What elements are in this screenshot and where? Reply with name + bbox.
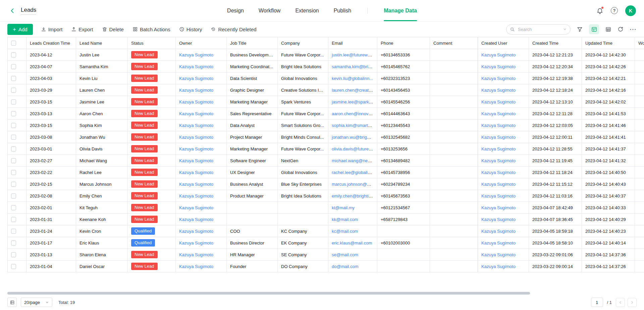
owner-link[interactable]: Kazuya Sugimoto — [179, 111, 213, 116]
column-header-status[interactable]: Status — [128, 37, 176, 49]
row-select-cell[interactable] — [8, 225, 26, 237]
tab-workflow[interactable]: Workflow — [259, 8, 281, 14]
cell-ctime[interactable]: 2023-04-12 12:13:10 — [529, 96, 582, 108]
owner-link[interactable]: Kazuya Sugimoto — [179, 88, 213, 93]
row-checkbox[interactable] — [11, 205, 16, 210]
cell-owner[interactable]: Kazuya Sugimoto — [176, 202, 227, 214]
cell-email[interactable]: jasmine.lee@sparkv... — [328, 96, 377, 108]
column-header-comment[interactable]: Comment — [430, 37, 478, 49]
cell-name[interactable]: Marcus Johnson — [76, 178, 128, 190]
cell-name[interactable]: Justin Lee — [76, 49, 128, 61]
cell-job[interactable] — [227, 214, 278, 225]
owner-link[interactable]: Kazuya Sugimoto — [179, 158, 213, 163]
cell-company[interactable]: Global Innovations — [278, 73, 328, 84]
cell-ctime[interactable]: 2023-04-07 18:36:45 — [529, 214, 582, 225]
cell-workflow[interactable] — [635, 190, 644, 202]
cell-comment[interactable] — [430, 61, 478, 73]
cell-cuser[interactable]: Kazuya Sugimoto — [478, 84, 529, 96]
column-header-job[interactable]: Job Title — [227, 37, 278, 49]
cell-job[interactable]: Data Scientist — [227, 73, 278, 84]
cell-name[interactable]: Sharon Elena — [76, 249, 128, 261]
cell-company[interactable]: Bright Idea Solutions — [278, 61, 328, 73]
cuser-link[interactable]: Kazuya Sugimoto — [481, 240, 516, 246]
cell-workflow[interactable] — [635, 249, 644, 261]
row-select-cell[interactable] — [8, 214, 26, 225]
email-link[interactable]: sophia.kim@smartso... — [332, 123, 376, 128]
email-link[interactable]: justin.lee@futurewa... — [332, 52, 374, 57]
row-checkbox[interactable] — [11, 64, 16, 69]
column-header-name[interactable]: Lead Name — [76, 37, 128, 49]
cuser-link[interactable]: Kazuya Sugimoto — [481, 182, 516, 187]
cell-utime[interactable]: 2023-04-12 14:42:30 — [582, 49, 635, 61]
cell-email[interactable]: kevin.liu@globalinn... — [328, 73, 377, 84]
cell-comment[interactable] — [430, 96, 478, 108]
cell-job[interactable]: Business Director — [227, 237, 278, 249]
cell-creation[interactable]: 2023-03-13 — [26, 108, 76, 120]
cell-creation[interactable]: 2023-04-12 — [26, 49, 76, 61]
tab-manage-data[interactable]: Manage Data — [384, 0, 417, 21]
cell-utime[interactable]: 2023-04-12 14:40:37 — [582, 190, 635, 202]
page-size-select[interactable]: 20/page — [21, 298, 52, 307]
row-select-cell[interactable] — [8, 96, 26, 108]
owner-link[interactable]: Kazuya Sugimoto — [179, 170, 213, 175]
email-link[interactable]: se@mail.com — [332, 252, 358, 257]
cell-workflow[interactable] — [635, 61, 644, 73]
cell-phone[interactable] — [377, 261, 430, 272]
cuser-link[interactable]: Kazuya Sugimoto — [481, 146, 516, 151]
cell-cuser[interactable]: Kazuya Sugimoto — [478, 167, 529, 178]
page-number-input[interactable] — [591, 298, 603, 307]
cell-cuser[interactable]: Kazuya Sugimoto — [478, 61, 529, 73]
cell-cuser[interactable]: Kazuya Sugimoto — [478, 73, 529, 84]
refresh-button[interactable] — [618, 26, 624, 32]
cell-creation[interactable]: 2023-03-15 — [26, 96, 76, 108]
cell-email[interactable]: sophia.kim@smartso... — [328, 120, 377, 131]
cell-company[interactable]: NextGen — [278, 155, 328, 167]
cell-status[interactable]: Qualified — [128, 225, 176, 237]
more-button[interactable]: ⋯ — [630, 26, 637, 33]
search-box[interactable] — [506, 24, 571, 35]
row-checkbox[interactable] — [11, 170, 16, 175]
cell-owner[interactable]: Kazuya Sugimoto — [176, 167, 227, 178]
cell-email[interactable]: do@mail.com — [328, 261, 377, 272]
tab-design[interactable]: Design — [227, 8, 244, 14]
owner-link[interactable]: Kazuya Sugimoto — [179, 135, 213, 140]
cell-cuser[interactable]: Kazuya Sugimoto — [478, 249, 529, 261]
cell-company[interactable]: KC Company — [278, 225, 328, 237]
cell-creation[interactable]: 2023-02-08 — [26, 190, 76, 202]
cell-comment[interactable] — [430, 108, 478, 120]
cell-comment[interactable] — [430, 167, 478, 178]
cell-phone[interactable]: +6013253656 — [377, 143, 430, 155]
cell-comment[interactable] — [430, 261, 478, 272]
cell-status[interactable]: New Lead — [128, 249, 176, 261]
email-link[interactable]: samantha.kim@brig... — [332, 64, 374, 69]
cell-company[interactable]: Bright Idea Solutions — [278, 190, 328, 202]
cell-utime[interactable]: 2023-04-12 14:42:02 — [582, 96, 635, 108]
cell-company[interactable]: SE Company — [278, 249, 328, 261]
cell-cuser[interactable]: Kazuya Sugimoto — [478, 202, 529, 214]
cell-ctime[interactable]: 2023-04-12 12:19:38 — [529, 73, 582, 84]
cell-job[interactable]: Sales Representative — [227, 108, 278, 120]
cell-creation[interactable]: 2023-04-03 — [26, 73, 76, 84]
row-select-cell[interactable] — [8, 61, 26, 73]
cell-status[interactable]: New Lead — [128, 131, 176, 143]
cell-ctime[interactable]: 2023-04-05 18:59:18 — [529, 225, 582, 237]
tab-extension[interactable]: Extension — [295, 8, 319, 14]
cell-phone[interactable]: +60145738956 — [377, 167, 430, 178]
email-link[interactable]: rachel.lee@globalin... — [332, 170, 374, 175]
cell-workflow[interactable] — [635, 237, 644, 249]
cell-comment[interactable] — [430, 143, 478, 155]
cell-job[interactable]: Graphic Designer — [227, 84, 278, 96]
cell-email[interactable]: kc@mail.com — [328, 225, 377, 237]
owner-link[interactable]: Kazuya Sugimoto — [179, 252, 213, 257]
cell-comment[interactable] — [430, 190, 478, 202]
owner-link[interactable]: Kazuya Sugimoto — [179, 264, 213, 269]
cell-phone[interactable]: +60234789234 — [377, 178, 430, 190]
cell-cuser[interactable]: Kazuya Sugimoto — [478, 131, 529, 143]
cell-phone[interactable]: +60121534567 — [377, 202, 430, 214]
cell-ctime[interactable]: 2023-04-12 12:03:05 — [529, 120, 582, 131]
cell-job[interactable]: Marketing Manager — [227, 143, 278, 155]
email-link[interactable]: emily.chen@brightid... — [332, 193, 375, 198]
cell-name[interactable]: Eric Klaus — [76, 237, 128, 249]
cell-utime[interactable]: 2023-04-12 14:42:16 — [582, 84, 635, 96]
cell-name[interactable]: Lauren Chen — [76, 84, 128, 96]
